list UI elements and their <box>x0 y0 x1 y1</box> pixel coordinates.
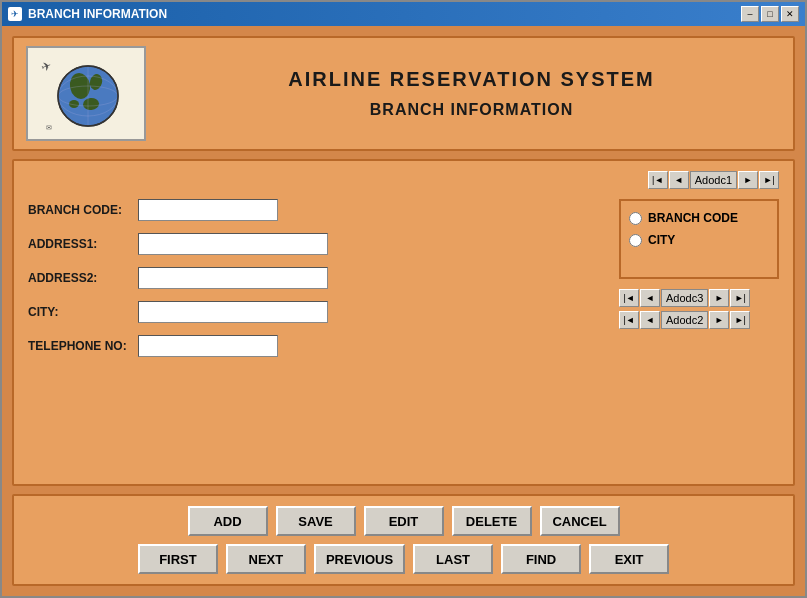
header-panel: ✈ ✉ <box>12 36 795 151</box>
search-box: BRANCH CODE CITY <box>619 199 779 279</box>
add-button[interactable]: ADD <box>188 506 268 536</box>
page-subtitle: BRANCH INFORMATION <box>162 101 781 119</box>
window-icon: ✈ <box>8 7 22 21</box>
branch-code-radio[interactable] <box>629 212 642 225</box>
main-window: ✈ BRANCH INFORMATION – □ ✕ ✈ <box>0 0 807 598</box>
last-button[interactable]: LAST <box>413 544 493 574</box>
branch-code-row: BRANCH CODE: <box>28 199 603 221</box>
address2-row: ADDRESS2: <box>28 267 603 289</box>
save-button[interactable]: SAVE <box>276 506 356 536</box>
button-row-2: FIRST NEXT PREVIOUS LAST FIND EXIT <box>28 544 779 574</box>
previous-button[interactable]: PREVIOUS <box>314 544 405 574</box>
fields-left: BRANCH CODE: ADDRESS1: ADDRESS2: CITY: <box>28 199 603 369</box>
window-controls: – □ ✕ <box>741 6 799 22</box>
exit-button[interactable]: EXIT <box>589 544 669 574</box>
city-radio-row: CITY <box>629 233 769 247</box>
adodc1-label: Adodc1 <box>690 171 737 189</box>
delete-button[interactable]: DELETE <box>452 506 532 536</box>
adodc3-first-button[interactable]: |◄ <box>619 289 639 307</box>
adodc2-prev-button[interactable]: ◄ <box>640 311 660 329</box>
logo-box: ✈ ✉ <box>26 46 146 141</box>
minimize-button[interactable]: – <box>741 6 759 22</box>
header-text: AIRLINE RESERVATION SYSTEM BRANCH INFORM… <box>162 68 781 119</box>
svg-text:✉: ✉ <box>46 124 52 131</box>
adodc-rows-right: |◄ ◄ Adodc3 ► ►| |◄ ◄ Adodc2 ► ►| <box>619 289 779 329</box>
svg-text:✈: ✈ <box>40 58 54 75</box>
telephone-label: TELEPHONE NO: <box>28 339 138 353</box>
app-title: AIRLINE RESERVATION SYSTEM <box>162 68 781 91</box>
next-button[interactable]: NEXT <box>226 544 306 574</box>
adodc1-first-button[interactable]: |◄ <box>648 171 668 189</box>
logo-svg: ✈ ✉ <box>36 54 136 134</box>
adodc2-last-button[interactable]: ►| <box>730 311 750 329</box>
branch-code-label: BRANCH CODE: <box>28 203 138 217</box>
adodc2-label: Adodc2 <box>661 311 708 329</box>
adodc3-last-button[interactable]: ►| <box>730 289 750 307</box>
telephone-input[interactable] <box>138 335 278 357</box>
city-row: CITY: <box>28 301 603 323</box>
telephone-row: TELEPHONE NO: <box>28 335 603 357</box>
adodc1-last-button[interactable]: ►| <box>759 171 779 189</box>
address2-label: ADDRESS2: <box>28 271 138 285</box>
window-title: BRANCH INFORMATION <box>28 7 167 21</box>
branch-code-radio-row: BRANCH CODE <box>629 211 769 225</box>
city-label: CITY: <box>28 305 138 319</box>
first-button[interactable]: FIRST <box>138 544 218 574</box>
city-radio-label: CITY <box>648 233 675 247</box>
form-fields: BRANCH CODE: ADDRESS1: ADDRESS2: CITY: <box>28 199 779 369</box>
city-input[interactable] <box>138 301 328 323</box>
fields-right: BRANCH CODE CITY |◄ ◄ Adodc3 <box>619 199 779 369</box>
address1-row: ADDRESS1: <box>28 233 603 255</box>
close-button[interactable]: ✕ <box>781 6 799 22</box>
content-area: ✈ ✉ <box>2 26 805 596</box>
adodc1-row: |◄ ◄ Adodc1 ► ►| <box>28 171 779 189</box>
title-bar: ✈ BRANCH INFORMATION – □ ✕ <box>2 2 805 26</box>
adodc3-next-button[interactable]: ► <box>709 289 729 307</box>
adodc3-label: Adodc3 <box>661 289 708 307</box>
edit-button[interactable]: EDIT <box>364 506 444 536</box>
branch-code-input[interactable] <box>138 199 278 221</box>
adodc2-first-button[interactable]: |◄ <box>619 311 639 329</box>
city-radio[interactable] <box>629 234 642 247</box>
address2-input[interactable] <box>138 267 328 289</box>
adodc2-next-button[interactable]: ► <box>709 311 729 329</box>
form-panel: |◄ ◄ Adodc1 ► ►| BRANCH CODE: ADDRESS1: <box>12 159 795 486</box>
adodc3-control: |◄ ◄ Adodc3 ► ►| <box>619 289 779 307</box>
cancel-button[interactable]: CANCEL <box>540 506 620 536</box>
button-row-1: ADD SAVE EDIT DELETE CANCEL <box>28 506 779 536</box>
adodc1-control: |◄ ◄ Adodc1 ► ►| <box>648 171 779 189</box>
button-panel: ADD SAVE EDIT DELETE CANCEL FIRST NEXT P… <box>12 494 795 586</box>
adodc3-prev-button[interactable]: ◄ <box>640 289 660 307</box>
find-button[interactable]: FIND <box>501 544 581 574</box>
adodc1-prev-button[interactable]: ◄ <box>669 171 689 189</box>
adodc1-next-button[interactable]: ► <box>738 171 758 189</box>
adodc2-control: |◄ ◄ Adodc2 ► ►| <box>619 311 779 329</box>
maximize-button[interactable]: □ <box>761 6 779 22</box>
address1-label: ADDRESS1: <box>28 237 138 251</box>
address1-input[interactable] <box>138 233 328 255</box>
branch-code-radio-label: BRANCH CODE <box>648 211 738 225</box>
